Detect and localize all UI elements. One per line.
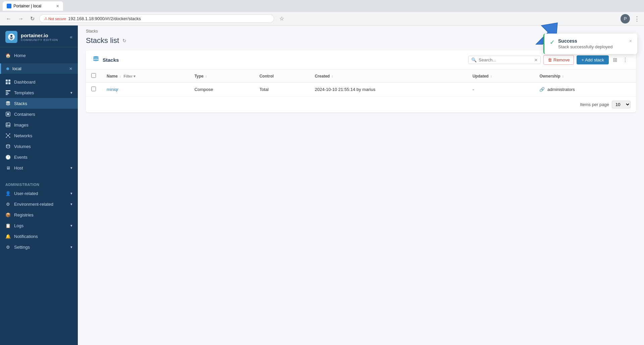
sidebar-item-home[interactable]: 🏠 Home [0,50,78,61]
col-type: Type ↕ [189,70,254,83]
tab-favicon [7,4,11,8]
logo-icon [5,31,17,43]
notification-title: Success [558,38,626,44]
refresh-btn[interactable]: ↻ [28,14,37,23]
profile-icon[interactable]: P [621,14,630,23]
back-btn[interactable]: ← [4,14,13,23]
search-input[interactable] [479,57,532,62]
user-related-label: User-related [14,191,38,196]
sidebar-collapse-btn[interactable]: « [70,34,72,40]
tab-close-btn[interactable]: ✕ [56,4,59,8]
success-icon: ✓ [550,39,555,46]
svg-rect-11 [6,94,8,95]
columns-btn[interactable]: ⊞ [611,55,619,64]
host-label: Host [14,165,23,170]
address-bar[interactable]: ⚠ Not secure 192.168.1.18:9000/#!/2/dock… [39,14,274,23]
env-name: local [12,66,21,71]
stacks-label: Stacks [14,101,27,106]
images-label: Images [14,122,29,128]
sidebar-item-user-related[interactable]: 👤 User-related ▾ [0,188,78,199]
sidebar-item-containers[interactable]: Containers [0,109,78,119]
svg-point-1 [10,35,12,37]
env-related-label: Environment-related [14,202,53,207]
col-name-label: Name [107,74,118,79]
sidebar-item-notifications[interactable]: 🔔 Notifications [0,231,78,242]
search-clear-btn[interactable]: ✕ [534,58,538,62]
env-close-btn[interactable]: ✕ [69,66,72,71]
settings-label: Settings [14,245,30,250]
svg-line-24 [6,136,8,137]
sidebar-item-settings[interactable]: ⚙ Settings ▾ [0,242,78,252]
col-ownership-label: Ownership [539,74,560,79]
stacks-icon [5,101,11,106]
updated-sort-icon[interactable]: ↕ [490,75,492,78]
logo-main: portainer.io [21,33,58,38]
sidebar-item-host[interactable]: 🖥 Host ▾ [0,162,78,173]
sidebar-item-stacks[interactable]: Stacks [0,98,78,109]
notifications-icon: 🔔 [5,234,11,239]
environment-item[interactable]: local ✕ [0,63,78,74]
sidebar-item-env-related[interactable]: ⚙ Environment-related ▾ [0,199,78,209]
sidebar-item-registries[interactable]: 📦 Registries [0,209,78,220]
env-status-dot [6,67,9,70]
row-checkbox-cell [86,83,101,97]
svg-rect-7 [8,82,10,84]
type-sort-icon[interactable]: ↕ [205,75,207,78]
notification-close-btn[interactable]: × [629,38,632,44]
stack-name-link[interactable]: miniqr [107,87,118,92]
sidebar-item-volumes[interactable]: Volumes [0,141,78,152]
notification-message: Stack successfully deployed [558,44,626,49]
forward-btn[interactable]: → [16,14,25,23]
items-per-page-label: Items per page [580,102,609,107]
page-title: Stacks list [86,36,119,45]
settings-icon: ⚙ [5,244,11,250]
logs-label: Logs [14,223,23,228]
browser-tab[interactable]: Portainer | local ✕ [3,1,63,11]
more-btn[interactable]: ⋮ [634,15,640,22]
svg-rect-14 [7,113,9,115]
page-refresh-btn[interactable]: ↻ [122,38,126,43]
svg-point-27 [93,56,99,58]
search-box[interactable]: 🔍 ✕ [468,56,541,64]
remove-button[interactable]: 🗑 Remove [543,55,574,65]
svg-line-23 [8,134,10,136]
sidebar-admin-section: Administration 👤 User-related ▾ ⚙ Enviro… [0,176,78,255]
created-sort-icon[interactable]: ↕ [331,75,333,78]
col-type-label: Type [195,74,204,79]
env-related-chevron: ▾ [70,202,72,206]
ownership-sort-icon[interactable]: ↕ [562,75,564,78]
select-all-checkbox[interactable] [91,73,96,78]
name-sort-icon[interactable]: ↓ [119,75,121,78]
notifications-label: Notifications [14,234,38,239]
more-options-btn[interactable]: ⋮ [621,55,629,64]
sidebar-item-images[interactable]: Images [0,119,78,130]
sidebar-item-templates[interactable]: Templates ▾ [0,87,78,98]
items-per-page-select[interactable]: 10 25 50 100 [612,101,631,108]
remove-icon: 🗑 [548,57,552,62]
networks-label: Networks [14,133,32,138]
sidebar-item-events[interactable]: 🕐 Events [0,152,78,162]
col-control: Control [254,70,309,83]
bookmark-icon[interactable]: ☆ [279,15,284,22]
sidebar-item-networks[interactable]: Networks [0,130,78,141]
svg-rect-4 [6,80,8,82]
host-chevron: ▾ [70,166,72,170]
svg-point-16 [7,124,8,125]
sidebar-main-section: Dashboard Templates ▾ Stacks Containers [0,74,78,176]
templates-icon [5,90,11,95]
stacks-panel-icon [93,56,99,64]
sidebar-item-logs[interactable]: 📋 Logs ▾ [0,220,78,231]
row-checkbox[interactable] [91,87,96,91]
notification-content: Success Stack successfully deployed [558,38,626,49]
col-created: Created ↕ [309,70,467,83]
svg-rect-5 [8,80,10,82]
stacks-table: Name ↓ Filter ▾ Type ↕ Control [86,70,636,97]
name-filter-btn[interactable]: Filter ▾ [123,74,136,78]
sidebar-item-dashboard[interactable]: Dashboard [0,77,78,87]
add-stack-button[interactable]: + Add stack [577,55,609,64]
networks-icon [5,133,11,138]
admin-section-header: Administration [0,179,78,188]
images-icon [5,122,11,128]
success-notification: ✓ Success Stack successfully deployed × [543,34,637,54]
containers-label: Containers [14,112,35,117]
